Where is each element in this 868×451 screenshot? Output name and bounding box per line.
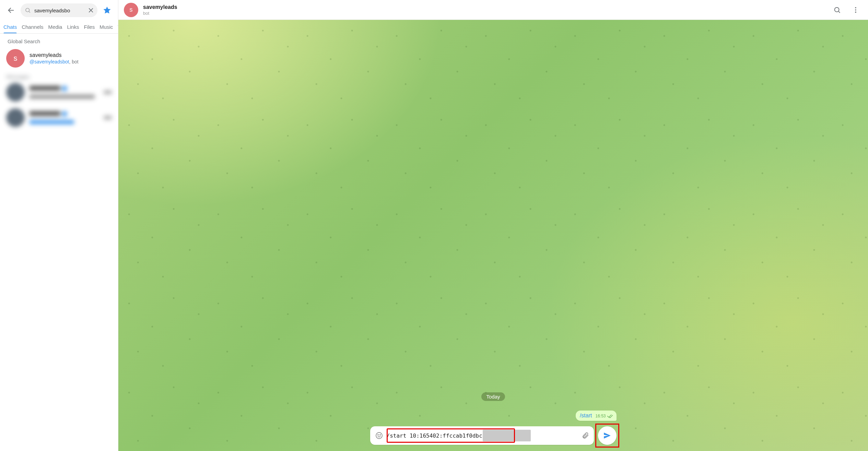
- result-handle: @savemyleadsbot: [30, 59, 69, 64]
- messages-area[interactable]: Today /start 16:53: [118, 20, 868, 451]
- attach-button[interactable]: [582, 432, 589, 439]
- svg-point-5: [835, 7, 839, 12]
- svg-line-6: [838, 11, 840, 13]
- composer-row: [368, 426, 619, 445]
- search-tabs: Chats Channels Media Links Files Music V…: [0, 19, 118, 34]
- redaction-mask: [483, 430, 531, 441]
- sidebar: Chats Channels Media Links Files Music V…: [0, 0, 118, 451]
- search-result-item[interactable]: s savemyleads @savemyleadsbot, bot: [0, 46, 118, 70]
- svg-point-11: [378, 435, 378, 435]
- message-composer: [370, 426, 594, 445]
- back-button[interactable]: [5, 4, 17, 16]
- sidebar-top: [0, 0, 118, 19]
- paperclip-icon: [582, 432, 589, 439]
- message-input[interactable]: [387, 432, 578, 439]
- send-button[interactable]: [598, 426, 617, 445]
- avatar: s: [6, 49, 25, 68]
- message-time: 16:53: [595, 414, 606, 418]
- blurred-other-results: Messages: [0, 70, 118, 137]
- search-wrap: [21, 3, 97, 17]
- svg-point-8: [855, 9, 856, 11]
- annotation-highlight-send: [595, 424, 619, 448]
- emoji-button[interactable]: [375, 431, 383, 440]
- svg-point-7: [855, 7, 856, 8]
- result-suffix: , bot: [69, 59, 78, 64]
- arrow-left-icon: [7, 7, 15, 14]
- tab-chats[interactable]: Chats: [3, 22, 17, 33]
- chat-header: s savemyleads bot: [118, 0, 868, 20]
- tab-music[interactable]: Music: [99, 22, 113, 33]
- tab-channels[interactable]: Channels: [22, 22, 43, 33]
- date-separator: Today: [481, 392, 505, 401]
- result-text: savemyleads @savemyleadsbot, bot: [30, 52, 79, 64]
- section-label-global-search: Global Search: [0, 34, 118, 46]
- search-icon: [25, 7, 31, 13]
- chat-more-button[interactable]: [849, 3, 863, 17]
- clear-search-button[interactable]: [88, 7, 94, 13]
- star-icon: [103, 6, 112, 15]
- chat-subtitle: bot: [143, 11, 177, 16]
- search-icon: [833, 6, 841, 14]
- messages-center: Today /start 16:53: [368, 392, 619, 445]
- svg-point-1: [26, 8, 30, 12]
- bookmark-button[interactable]: [101, 4, 113, 16]
- svg-line-2: [29, 11, 30, 12]
- message-row-out: /start 16:53: [368, 411, 619, 426]
- chat-body: Today /start 16:53: [118, 20, 868, 451]
- more-vertical-icon: [852, 6, 859, 14]
- svg-point-10: [376, 432, 382, 439]
- chat-title-block[interactable]: savemyleads bot: [143, 4, 177, 16]
- message-bubble-out[interactable]: /start 16:53: [576, 411, 617, 421]
- chat-avatar[interactable]: s: [124, 3, 138, 17]
- search-input[interactable]: [21, 3, 97, 17]
- chat-title: savemyleads: [143, 4, 177, 10]
- chat-panel: s savemyleads bot Today: [118, 0, 868, 451]
- tab-media[interactable]: Media: [48, 22, 62, 33]
- smile-icon: [375, 431, 383, 440]
- svg-point-12: [380, 435, 380, 435]
- svg-point-9: [855, 11, 856, 13]
- chat-search-button[interactable]: [830, 3, 844, 17]
- tab-voice[interactable]: Voice: [118, 22, 118, 33]
- composer-input-area: [387, 426, 578, 445]
- result-name: savemyleads: [30, 52, 79, 58]
- close-icon: [88, 7, 94, 13]
- tab-files[interactable]: Files: [84, 22, 95, 33]
- tab-links[interactable]: Links: [67, 22, 79, 33]
- result-sub: @savemyleadsbot, bot: [30, 59, 79, 64]
- message-text: /start: [580, 413, 592, 419]
- message-meta: 16:53: [595, 414, 613, 418]
- app: Chats Channels Media Links Files Music V…: [0, 0, 868, 451]
- read-checks-icon: [607, 414, 613, 418]
